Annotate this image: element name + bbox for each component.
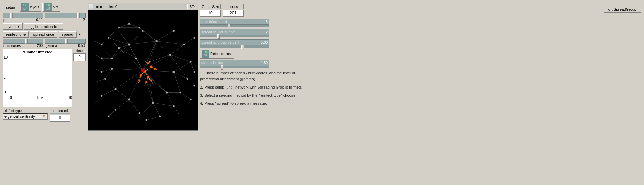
chart-x-max: 10	[68, 96, 72, 100]
svg-point-106	[101, 95, 102, 97]
reinfect-type-dropdown[interactable]: eigenval-centrality ▼	[3, 113, 48, 120]
nav-reset-icon[interactable]: ⬜	[89, 4, 94, 9]
reinfect-type-label: reinfect-type	[3, 109, 48, 113]
far-right-panel: crt SpreadGroup	[604, 3, 641, 182]
svg-line-44	[180, 93, 191, 100]
spreading-group-repet-slider[interactable]: spreadingGroupRepet 2	[200, 29, 269, 35]
svg-line-25	[153, 103, 174, 106]
svg-line-1	[143, 41, 157, 70]
toggle-infection-tree-button[interactable]: toggle infection tree	[24, 23, 63, 30]
layout-toggle[interactable]: On Off layout	[20, 3, 41, 12]
svg-point-122	[108, 116, 109, 117]
layout-on-off: On Off	[21, 3, 29, 11]
svg-line-10	[129, 41, 157, 45]
spread-dropdown-arrow[interactable]: ▼	[77, 32, 82, 37]
svg-line-50	[95, 79, 105, 82]
svg-line-57	[143, 31, 157, 41]
num-infected-init-slider[interactable]: num-infected-init 5	[200, 19, 269, 25]
spreading-group-percent-thumb[interactable]	[241, 45, 244, 49]
svg-point-121	[145, 119, 147, 121]
svg-line-42	[191, 62, 194, 72]
layout-arrow-icon: ▼	[17, 25, 20, 28]
num-infected-init-thumb[interactable]	[228, 24, 230, 28]
retention-loss-toggle[interactable]: On Off Retention-loss	[200, 50, 234, 59]
svg-point-90	[172, 71, 175, 73]
svg-line-46	[146, 116, 160, 120]
instruction-2: 2. Press setup, untill network with Spre…	[200, 84, 307, 91]
svg-point-124	[149, 61, 150, 63]
svg-point-109	[139, 112, 140, 114]
svg-point-104	[111, 58, 113, 59]
num-nodes-thumb[interactable]	[25, 39, 28, 44]
nav-left-icon[interactable]: ◀	[95, 4, 98, 9]
setup-button[interactable]: setup	[3, 4, 18, 10]
svg-line-34	[112, 48, 119, 58]
svg-point-116	[173, 30, 175, 32]
nodes-value: 201	[223, 10, 244, 17]
size-reduction-widget: size-reduction 1.50	[200, 60, 269, 68]
svg-point-92	[152, 102, 154, 104]
num-nodes-label: num-nodes	[3, 44, 21, 48]
reinfect-one-button[interactable]: reinfect one	[3, 31, 29, 38]
svg-line-8	[112, 69, 143, 70]
size-reduction-thumb[interactable]	[221, 65, 223, 70]
spread-button[interactable]: spread	[59, 31, 77, 38]
num-nodes-value: 200	[37, 44, 43, 48]
nav-right-icon[interactable]: ▶	[100, 4, 103, 9]
svg-point-91	[166, 92, 168, 94]
layout-button[interactable]: layout ▼	[3, 23, 23, 30]
svg-line-15	[157, 41, 184, 45]
svg-line-31	[102, 69, 112, 72]
svg-point-105	[101, 71, 102, 73]
svg-line-47	[139, 113, 146, 120]
svg-line-48	[109, 110, 116, 116]
instruction-4: 4. Press "spread" to spread a message.	[200, 101, 307, 107]
svg-line-22	[174, 72, 180, 93]
group-size-label: Group Size	[200, 4, 221, 9]
spread-once-button[interactable]: spread once	[30, 31, 57, 38]
chart-title: Number infected	[3, 49, 72, 55]
gamma-label: gamma	[46, 44, 57, 48]
svg-line-9	[119, 48, 143, 70]
svg-line-54	[105, 51, 112, 58]
net-infected-label: net-infected	[50, 109, 70, 113]
instruction-3: 3. Select a seeding method by the "reinf…	[200, 93, 307, 99]
spreading-group-repet-thumb[interactable]	[217, 34, 220, 39]
svg-point-134	[150, 80, 152, 82]
svg-point-129	[147, 76, 149, 78]
gamma-thumb[interactable]	[65, 39, 68, 44]
chart-x-label: time	[37, 96, 43, 100]
crt-spread-group-button[interactable]: crt SpreadGroup	[604, 6, 641, 13]
svg-point-99	[139, 27, 140, 28]
plot-toggle[interactable]: On Off plot	[42, 3, 60, 12]
spreading-group-percent-label: spreading-group-percent	[201, 41, 256, 44]
svg-line-17	[170, 44, 184, 55]
3d-button[interactable]: 3D	[187, 4, 197, 9]
svg-point-89	[169, 54, 171, 56]
svg-line-45	[174, 106, 180, 116]
svg-point-108	[115, 109, 116, 111]
svg-point-114	[190, 61, 192, 63]
svg-line-11	[119, 31, 129, 45]
spreading-group-percent-widget: spreading-group-percent 5.00	[200, 39, 269, 48]
svg-line-14	[157, 31, 174, 41]
svg-line-43	[187, 79, 194, 86]
num-infected-init-label: num-infected-init	[201, 20, 256, 24]
svg-point-131	[154, 68, 156, 70]
svg-line-24	[167, 93, 174, 106]
m-slider-thumb[interactable]	[77, 13, 80, 18]
spreading-group-percent-slider[interactable]: spreading-group-percent 5.00	[200, 39, 269, 45]
svg-line-39	[129, 24, 139, 28]
svg-line-69	[150, 41, 157, 62]
svg-line-26	[153, 103, 160, 116]
size-reduction-slider[interactable]: size-reduction 1.50	[200, 60, 269, 66]
svg-point-117	[194, 37, 195, 39]
svg-line-13	[112, 44, 129, 58]
p-slider-thumb[interactable]	[10, 13, 13, 18]
svg-line-33	[109, 38, 119, 48]
svg-point-130	[147, 62, 149, 64]
nodes-label: nodes	[223, 4, 244, 9]
svg-point-96	[118, 47, 120, 49]
svg-line-36	[102, 38, 109, 45]
top-info-row: Group Size 10 nodes 201	[200, 4, 307, 17]
